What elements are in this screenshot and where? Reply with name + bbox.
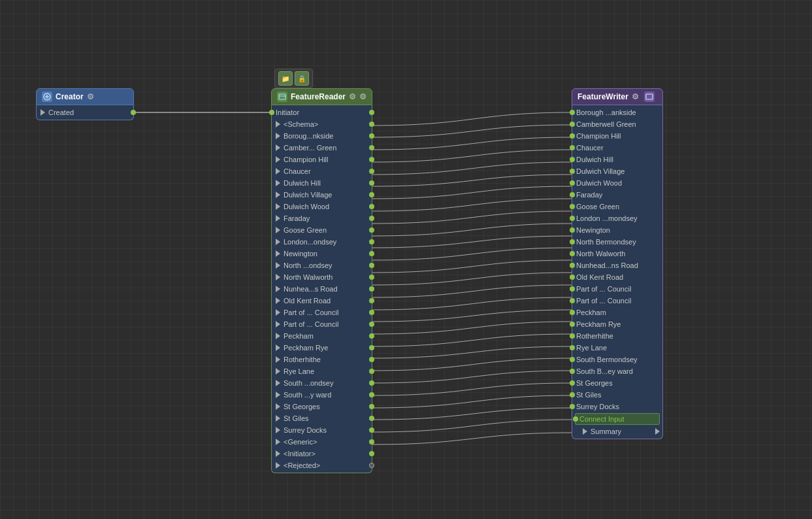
fr-arrow-14 xyxy=(276,297,280,304)
feature-writer-gear-icon[interactable]: ⚙ xyxy=(632,92,641,101)
connections-layer xyxy=(0,0,812,519)
fw-port-9[interactable]: London ...mondsey xyxy=(572,212,662,224)
fr-dot-r-14 xyxy=(369,298,374,303)
fr-port-2[interactable]: Champion Hill xyxy=(272,154,372,165)
fr-arrow-21 xyxy=(276,380,280,386)
fr-port-8[interactable]: Goose Green xyxy=(272,224,372,236)
fr-port-23[interactable]: St Georges xyxy=(272,401,372,412)
fr-port-21[interactable]: South ...ondsey xyxy=(272,377,372,389)
fw-port-10[interactable]: Newington xyxy=(572,224,662,236)
connect-input-left-dot xyxy=(573,416,578,422)
fr-port-24[interactable]: St Giles xyxy=(272,412,372,424)
fw-port-12[interactable]: North Walworth xyxy=(572,248,662,260)
feature-reader-node: FeatureReader ⚙ ⚙ Initiator <Schema> Bor… xyxy=(271,88,372,473)
fr-arrow-15 xyxy=(276,309,280,316)
fr-port-15[interactable]: Part of ... Council xyxy=(272,307,372,318)
toolbar-btn-2[interactable]: 🔒 xyxy=(295,71,309,86)
feature-reader-gear-icon[interactable]: ⚙ xyxy=(349,92,356,101)
fr-port-20[interactable]: Rye Lane xyxy=(272,365,372,377)
fr-port-9[interactable]: London...ondsey xyxy=(272,236,372,248)
fw-port-7[interactable]: Faraday xyxy=(572,189,662,201)
fr-port-25[interactable]: Surrey Docks xyxy=(272,424,372,436)
fr-dot-r-17 xyxy=(369,333,374,339)
fr-port-14[interactable]: Old Kent Road xyxy=(272,295,372,307)
fr-port-26[interactable]: <Generic> xyxy=(272,436,372,448)
fw-port-2[interactable]: Champion Hill xyxy=(572,130,662,142)
fr-label-8: Goose Green xyxy=(284,226,327,234)
toolbar-btn-1[interactable]: 📁 xyxy=(278,71,293,86)
fw-connect-input[interactable]: Connect Input xyxy=(575,413,660,425)
feature-reader-icon xyxy=(277,92,287,102)
fr-label-7: Faraday xyxy=(284,214,310,222)
fr-port-0[interactable]: Boroug...nkside xyxy=(272,130,372,142)
fw-port-5[interactable]: Dulwich Village xyxy=(572,165,662,177)
created-port-arrow xyxy=(41,109,45,116)
feature-reader-settings-icon[interactable]: ⚙ xyxy=(359,92,366,101)
fr-port-7[interactable]: Faraday xyxy=(272,212,372,224)
fw-label-8: Goose Green xyxy=(576,203,619,210)
fw-port-19[interactable]: Rotherhithe xyxy=(572,330,662,342)
fw-port-25[interactable]: Surrey Docks xyxy=(572,401,662,412)
fw-left-2 xyxy=(570,133,575,139)
fw-port-4[interactable]: Dulwich Hill xyxy=(572,154,662,165)
fr-arrow-19 xyxy=(276,356,280,363)
fw-port-0[interactable]: Borough ...ankside xyxy=(572,107,662,118)
fw-port-14[interactable]: Old Kent Road xyxy=(572,271,662,283)
fr-label-20: Rye Lane xyxy=(284,367,314,375)
fw-port-3[interactable]: Chaucer xyxy=(572,142,662,154)
fw-left-25 xyxy=(570,404,575,409)
fr-port-5[interactable]: Dulwich Village xyxy=(272,189,372,201)
fw-port-22[interactable]: South B...ey ward xyxy=(572,365,662,377)
fr-label-19: Rotherhithe xyxy=(284,356,321,363)
fr-arrow-25 xyxy=(276,427,280,433)
fw-port-11[interactable]: North Bermondsey xyxy=(572,236,662,248)
summary-arrow xyxy=(583,428,587,435)
fw-port-17[interactable]: Peckham xyxy=(572,307,662,318)
creator-node: Creator ⚙ Created xyxy=(36,88,134,120)
fr-port-22[interactable]: South ...y ward xyxy=(272,389,372,401)
fr-schema-right-dot xyxy=(369,122,374,127)
fr-port-6[interactable]: Dulwich Wood xyxy=(272,201,372,212)
fr-label-24: St Giles xyxy=(284,414,309,422)
fr-port-12[interactable]: North Walworth xyxy=(272,271,372,283)
fr-port-1[interactable]: Camber... Green xyxy=(272,142,372,154)
fw-label-22: South B...ey ward xyxy=(576,367,633,375)
fr-port-27[interactable]: <Initiator> xyxy=(272,448,372,460)
fr-port-16[interactable]: Part of ... Council xyxy=(272,318,372,330)
fr-dot-r-16 xyxy=(369,322,374,327)
fw-left-15 xyxy=(570,286,575,292)
fr-arrow-9 xyxy=(276,239,280,245)
creator-port-created[interactable]: Created xyxy=(37,107,133,118)
fr-port-18[interactable]: Peckham Rye xyxy=(272,342,372,354)
fw-port-18[interactable]: Peckham Rye xyxy=(572,318,662,330)
fr-dot-r-26 xyxy=(369,439,374,444)
fw-port-8[interactable]: Goose Green xyxy=(572,201,662,212)
fw-port-15[interactable]: Part of ... Council xyxy=(572,283,662,295)
fr-dot-r-10 xyxy=(369,251,374,256)
fr-port-17[interactable]: Peckham xyxy=(272,330,372,342)
fr-schema-label: <Schema> xyxy=(284,120,318,128)
fr-port-schema[interactable]: <Schema> xyxy=(272,118,372,130)
fw-left-1 xyxy=(570,122,575,127)
fw-summary[interactable]: Summary xyxy=(572,426,662,437)
fr-port-13[interactable]: Nunhea...s Road xyxy=(272,283,372,295)
fw-port-1[interactable]: Camberwell Green xyxy=(572,118,662,130)
fw-left-16 xyxy=(570,298,575,303)
fr-port-initiator[interactable]: Initiator xyxy=(272,107,372,118)
fr-port-11[interactable]: North ...ondsey xyxy=(272,260,372,271)
fw-port-24[interactable]: St Giles xyxy=(572,389,662,401)
fw-port-21[interactable]: South Bermondsey xyxy=(572,354,662,365)
fr-port-19[interactable]: Rotherhithe xyxy=(272,354,372,365)
fw-port-6[interactable]: Dulwich Wood xyxy=(572,177,662,189)
fw-port-20[interactable]: Rye Lane xyxy=(572,342,662,354)
creator-gear-icon[interactable]: ⚙ xyxy=(87,92,96,101)
feature-reader-title: FeatureReader xyxy=(291,92,346,101)
fr-port-4[interactable]: Dulwich Hill xyxy=(272,177,372,189)
fw-port-23[interactable]: St Georges xyxy=(572,377,662,389)
fr-port-28[interactable]: <Rejected> xyxy=(272,460,372,471)
fr-arrow-8 xyxy=(276,227,280,233)
fr-port-10[interactable]: Newington xyxy=(272,248,372,260)
fr-port-3[interactable]: Chaucer xyxy=(272,165,372,177)
fw-port-16[interactable]: Part of ... Council xyxy=(572,295,662,307)
fw-port-13[interactable]: Nunhead...ns Road xyxy=(572,260,662,271)
